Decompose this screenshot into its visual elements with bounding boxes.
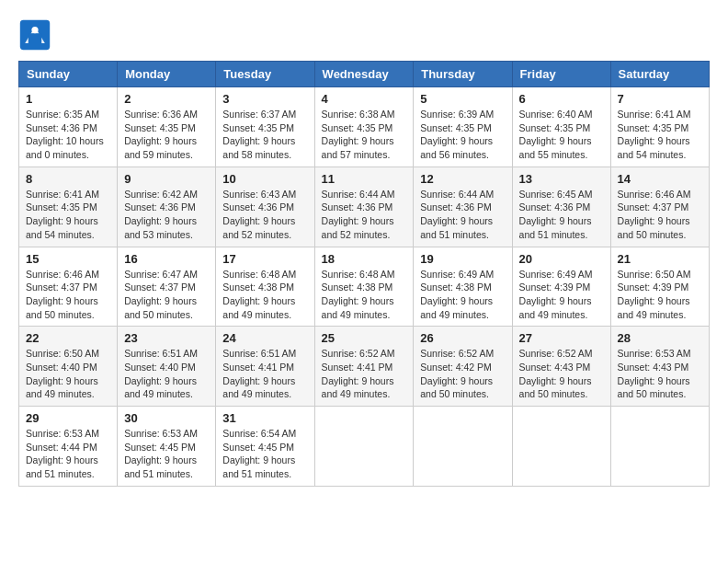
- day-info: Sunrise: 6:37 AM Sunset: 4:35 PM Dayligh…: [222, 108, 307, 162]
- day-info: Sunrise: 6:48 AM Sunset: 4:38 PM Dayligh…: [222, 268, 307, 322]
- logo: [18, 18, 57, 52]
- empty-cell: [610, 407, 709, 487]
- day-cell-28: 28 Sunrise: 6:53 AM Sunset: 4:43 PM Dayl…: [610, 327, 709, 407]
- day-number: 24: [222, 331, 307, 345]
- day-number: 31: [222, 411, 307, 425]
- day-cell-21: 21 Sunrise: 6:50 AM Sunset: 4:39 PM Dayl…: [610, 247, 709, 327]
- day-info: Sunrise: 6:48 AM Sunset: 4:38 PM Dayligh…: [322, 268, 407, 322]
- day-number: 19: [420, 252, 505, 266]
- day-number: 8: [26, 172, 110, 186]
- weekday-header-tuesday: Tuesday: [216, 62, 314, 87]
- day-cell-18: 18 Sunrise: 6:48 AM Sunset: 4:38 PM Dayl…: [314, 247, 414, 327]
- day-cell-15: 15 Sunrise: 6:46 AM Sunset: 4:37 PM Dayl…: [19, 247, 118, 327]
- day-cell-20: 20 Sunrise: 6:49 AM Sunset: 4:39 PM Dayl…: [512, 247, 610, 327]
- day-number: 26: [420, 331, 505, 345]
- day-cell-16: 16 Sunrise: 6:47 AM Sunset: 4:37 PM Dayl…: [118, 247, 216, 327]
- day-cell-1: 1 Sunrise: 6:35 AM Sunset: 4:36 PM Dayli…: [19, 87, 118, 167]
- day-info: Sunrise: 6:44 AM Sunset: 4:36 PM Dayligh…: [420, 188, 505, 242]
- week-row-3: 15 Sunrise: 6:46 AM Sunset: 4:37 PM Dayl…: [19, 247, 710, 327]
- day-info: Sunrise: 6:36 AM Sunset: 4:35 PM Dayligh…: [124, 108, 209, 162]
- day-number: 7: [618, 92, 702, 106]
- weekday-header-thursday: Thursday: [414, 62, 512, 87]
- day-info: Sunrise: 6:50 AM Sunset: 4:39 PM Dayligh…: [618, 268, 702, 322]
- day-number: 2: [124, 92, 209, 106]
- weekday-header-monday: Monday: [118, 62, 216, 87]
- day-number: 5: [420, 92, 505, 106]
- day-cell-25: 25 Sunrise: 6:52 AM Sunset: 4:41 PM Dayl…: [314, 327, 414, 407]
- day-cell-12: 12 Sunrise: 6:44 AM Sunset: 4:36 PM Dayl…: [414, 167, 512, 247]
- day-info: Sunrise: 6:53 AM Sunset: 4:43 PM Dayligh…: [618, 347, 702, 401]
- day-info: Sunrise: 6:52 AM Sunset: 4:41 PM Dayligh…: [322, 347, 407, 401]
- day-info: Sunrise: 6:51 AM Sunset: 4:41 PM Dayligh…: [222, 347, 307, 401]
- day-number: 1: [26, 92, 110, 106]
- day-info: Sunrise: 6:52 AM Sunset: 4:42 PM Dayligh…: [420, 347, 505, 401]
- day-cell-7: 7 Sunrise: 6:41 AM Sunset: 4:35 PM Dayli…: [610, 87, 709, 167]
- weekday-header-saturday: Saturday: [610, 62, 709, 87]
- day-number: 16: [124, 252, 209, 266]
- day-info: Sunrise: 6:44 AM Sunset: 4:36 PM Dayligh…: [322, 188, 407, 242]
- day-cell-30: 30 Sunrise: 6:53 AM Sunset: 4:45 PM Dayl…: [118, 407, 216, 487]
- day-number: 27: [519, 331, 604, 345]
- day-cell-5: 5 Sunrise: 6:39 AM Sunset: 4:35 PM Dayli…: [414, 87, 512, 167]
- day-number: 30: [124, 411, 209, 425]
- day-info: Sunrise: 6:52 AM Sunset: 4:43 PM Dayligh…: [519, 347, 604, 401]
- day-cell-19: 19 Sunrise: 6:49 AM Sunset: 4:38 PM Dayl…: [414, 247, 512, 327]
- day-cell-17: 17 Sunrise: 6:48 AM Sunset: 4:38 PM Dayl…: [216, 247, 314, 327]
- day-info: Sunrise: 6:43 AM Sunset: 4:36 PM Dayligh…: [222, 188, 307, 242]
- week-row-5: 29 Sunrise: 6:53 AM Sunset: 4:44 PM Dayl…: [19, 407, 710, 487]
- day-info: Sunrise: 6:49 AM Sunset: 4:39 PM Dayligh…: [519, 268, 604, 322]
- day-cell-27: 27 Sunrise: 6:52 AM Sunset: 4:43 PM Dayl…: [512, 327, 610, 407]
- day-number: 28: [618, 331, 702, 345]
- day-info: Sunrise: 6:39 AM Sunset: 4:35 PM Dayligh…: [420, 108, 505, 162]
- day-info: Sunrise: 6:49 AM Sunset: 4:38 PM Dayligh…: [420, 268, 505, 322]
- day-info: Sunrise: 6:54 AM Sunset: 4:45 PM Dayligh…: [222, 427, 307, 481]
- day-info: Sunrise: 6:50 AM Sunset: 4:40 PM Dayligh…: [26, 347, 110, 401]
- day-number: 29: [26, 411, 110, 425]
- week-row-1: 1 Sunrise: 6:35 AM Sunset: 4:36 PM Dayli…: [19, 87, 710, 167]
- day-info: Sunrise: 6:41 AM Sunset: 4:35 PM Dayligh…: [618, 108, 702, 162]
- day-cell-9: 9 Sunrise: 6:42 AM Sunset: 4:36 PM Dayli…: [118, 167, 216, 247]
- weekday-header-friday: Friday: [512, 62, 610, 87]
- day-cell-22: 22 Sunrise: 6:50 AM Sunset: 4:40 PM Dayl…: [19, 327, 118, 407]
- calendar: SundayMondayTuesdayWednesdayThursdayFrid…: [18, 61, 710, 487]
- day-info: Sunrise: 6:47 AM Sunset: 4:37 PM Dayligh…: [124, 268, 209, 322]
- day-cell-8: 8 Sunrise: 6:41 AM Sunset: 4:35 PM Dayli…: [19, 167, 118, 247]
- svg-rect-2: [28, 33, 41, 43]
- day-info: Sunrise: 6:35 AM Sunset: 4:36 PM Dayligh…: [26, 108, 110, 162]
- day-info: Sunrise: 6:42 AM Sunset: 4:36 PM Dayligh…: [124, 188, 209, 242]
- day-cell-4: 4 Sunrise: 6:38 AM Sunset: 4:35 PM Dayli…: [314, 87, 414, 167]
- day-number: 6: [519, 92, 604, 106]
- weekday-header-wednesday: Wednesday: [314, 62, 414, 87]
- day-cell-3: 3 Sunrise: 6:37 AM Sunset: 4:35 PM Dayli…: [216, 87, 314, 167]
- day-info: Sunrise: 6:45 AM Sunset: 4:36 PM Dayligh…: [519, 188, 604, 242]
- day-cell-26: 26 Sunrise: 6:52 AM Sunset: 4:42 PM Dayl…: [414, 327, 512, 407]
- day-cell-11: 11 Sunrise: 6:44 AM Sunset: 4:36 PM Dayl…: [314, 167, 414, 247]
- day-info: Sunrise: 6:40 AM Sunset: 4:35 PM Dayligh…: [519, 108, 604, 162]
- week-row-2: 8 Sunrise: 6:41 AM Sunset: 4:35 PM Dayli…: [19, 167, 710, 247]
- day-number: 15: [26, 252, 110, 266]
- day-info: Sunrise: 6:46 AM Sunset: 4:37 PM Dayligh…: [26, 268, 110, 322]
- weekday-header-sunday: Sunday: [19, 62, 118, 87]
- day-number: 20: [519, 252, 604, 266]
- day-cell-2: 2 Sunrise: 6:36 AM Sunset: 4:35 PM Dayli…: [118, 87, 216, 167]
- day-number: 12: [420, 172, 505, 186]
- day-number: 10: [222, 172, 307, 186]
- day-info: Sunrise: 6:38 AM Sunset: 4:35 PM Dayligh…: [322, 108, 407, 162]
- empty-cell: [314, 407, 414, 487]
- day-number: 3: [222, 92, 307, 106]
- day-cell-14: 14 Sunrise: 6:46 AM Sunset: 4:37 PM Dayl…: [610, 167, 709, 247]
- day-cell-23: 23 Sunrise: 6:51 AM Sunset: 4:40 PM Dayl…: [118, 327, 216, 407]
- day-cell-13: 13 Sunrise: 6:45 AM Sunset: 4:36 PM Dayl…: [512, 167, 610, 247]
- day-info: Sunrise: 6:53 AM Sunset: 4:44 PM Dayligh…: [26, 427, 110, 481]
- day-info: Sunrise: 6:41 AM Sunset: 4:35 PM Dayligh…: [26, 188, 110, 242]
- empty-cell: [414, 407, 512, 487]
- day-number: 25: [322, 331, 407, 345]
- day-number: 14: [618, 172, 702, 186]
- day-cell-6: 6 Sunrise: 6:40 AM Sunset: 4:35 PM Dayli…: [512, 87, 610, 167]
- day-cell-31: 31 Sunrise: 6:54 AM Sunset: 4:45 PM Dayl…: [216, 407, 314, 487]
- day-info: Sunrise: 6:51 AM Sunset: 4:40 PM Dayligh…: [124, 347, 209, 401]
- page-header: [18, 18, 710, 52]
- empty-cell: [512, 407, 610, 487]
- week-row-4: 22 Sunrise: 6:50 AM Sunset: 4:40 PM Dayl…: [19, 327, 710, 407]
- day-number: 11: [322, 172, 407, 186]
